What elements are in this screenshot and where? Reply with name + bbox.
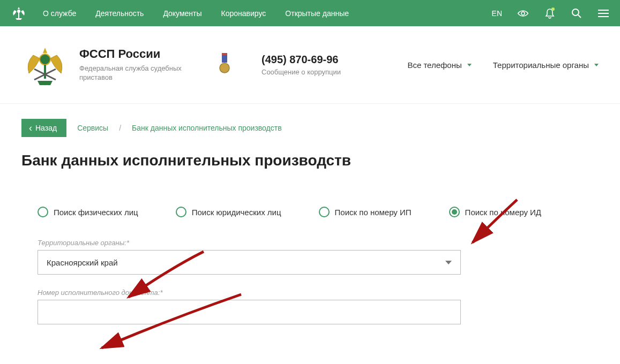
- region-value: Красноярский край: [47, 258, 118, 267]
- svg-rect-1: [18, 13, 19, 18]
- phone-subtitle: Сообщение о коррупции: [262, 68, 341, 76]
- svg-point-8: [40, 54, 50, 65]
- phone-number[interactable]: (495) 870-69-96: [262, 54, 341, 66]
- menu-icon[interactable]: [597, 7, 609, 19]
- regional-link[interactable]: Территориальные органы: [493, 60, 599, 70]
- docnum-label: Номер исполнительного документа:*: [38, 289, 461, 297]
- svg-point-14: [220, 63, 229, 73]
- radio-icon: [176, 207, 186, 217]
- radio-icon: [38, 207, 48, 217]
- brand-subtitle: Федеральная служба судебных приставов: [79, 64, 186, 82]
- region-field: Территориальные органы:* Красноярский кр…: [38, 239, 461, 275]
- back-button[interactable]: Назад: [21, 119, 66, 137]
- search-form: Поиск физических лиц Поиск юридических л…: [0, 175, 620, 324]
- svg-point-3: [572, 9, 579, 16]
- radio-icon: [319, 207, 330, 217]
- search-type-radios: Поиск физических лиц Поиск юридических л…: [38, 207, 582, 217]
- docnum-field: Номер исполнительного документа:*: [38, 289, 461, 324]
- brand-logo-icon: [21, 41, 69, 88]
- breadcrumb-bar: Назад Сервисы / Банк данных исполнительн…: [0, 104, 620, 137]
- radio-individuals[interactable]: Поиск физических лиц: [38, 207, 138, 217]
- lang-switch[interactable]: EN: [492, 9, 502, 18]
- radio-legal[interactable]: Поиск юридических лиц: [176, 207, 281, 217]
- caret-down-icon: [594, 64, 599, 66]
- radio-label: Поиск по номеру ИП: [335, 208, 412, 217]
- radio-label: Поиск юридических лиц: [192, 208, 281, 217]
- brand-text: ФССП России Федеральная служба судебных …: [79, 47, 186, 82]
- radio-ip-number[interactable]: Поиск по номеру ИП: [319, 207, 412, 217]
- regional-label: Территориальные органы: [493, 60, 589, 70]
- search-icon[interactable]: [571, 7, 582, 19]
- accessibility-icon[interactable]: [517, 7, 529, 19]
- nav-activity[interactable]: Деятельность: [95, 9, 144, 18]
- svg-point-0: [17, 10, 20, 13]
- radio-icon: [449, 207, 460, 217]
- nav-about[interactable]: О службе: [43, 9, 76, 18]
- bell-icon[interactable]: [544, 7, 556, 19]
- nav-opendata[interactable]: Открытые данные: [285, 9, 349, 18]
- brand-header: ФССП России Федеральная служба судебных …: [0, 26, 620, 104]
- all-phones-label: Все телефоны: [407, 60, 461, 70]
- crumb-sep: /: [119, 124, 121, 132]
- nav-docs[interactable]: Документы: [163, 9, 201, 18]
- brand-links: Все телефоны Территориальные органы: [407, 60, 599, 70]
- topnav-right: EN: [492, 7, 609, 19]
- topnav-links: О службе Деятельность Документы Коронави…: [43, 9, 349, 18]
- page-title-block: Банк данных исполнительных производств: [0, 137, 620, 175]
- svg-rect-9: [44, 65, 46, 79]
- nav-covid[interactable]: Коронавирус: [221, 9, 266, 18]
- crumb-services[interactable]: Сервисы: [77, 124, 108, 132]
- page-title: Банк данных исполнительных производств: [21, 152, 599, 169]
- all-phones-link[interactable]: Все телефоны: [407, 60, 471, 70]
- radio-label: Поиск физических лиц: [54, 208, 138, 217]
- brand-title: ФССП России: [79, 47, 186, 61]
- crumb-current[interactable]: Банк данных исполнительных производств: [132, 124, 282, 132]
- caret-down-icon: [467, 64, 472, 66]
- brand-phone: (495) 870-69-96 Сообщение о коррупции: [262, 54, 341, 76]
- svg-point-2: [521, 12, 525, 15]
- radio-label: Поиск по номеру ИД: [465, 208, 541, 217]
- docnum-input[interactable]: [38, 300, 461, 324]
- svg-rect-13: [222, 53, 227, 55]
- radio-id-number[interactable]: Поиск по номеру ИД: [449, 207, 541, 217]
- region-select[interactable]: Красноярский край: [38, 250, 461, 275]
- topnav-bar: О службе Деятельность Документы Коронави…: [0, 0, 620, 26]
- chevron-down-icon: [445, 261, 452, 264]
- region-label: Территориальные органы:*: [38, 239, 461, 247]
- svg-line-4: [578, 15, 581, 18]
- notification-dot: [551, 7, 555, 11]
- emblem-icon[interactable]: [11, 5, 27, 21]
- medal-icon: [219, 53, 235, 77]
